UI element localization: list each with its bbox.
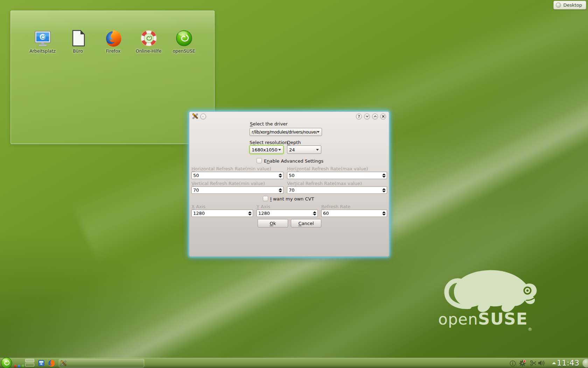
tray-separator [517,360,517,367]
y-axis-value[interactable]: 1280 [257,211,312,216]
y-axis-label: Y Axis [257,204,270,209]
vrefresh-max-value[interactable]: 70 [287,188,381,193]
depth-label: Depth [287,140,301,145]
refresh-rate-value[interactable]: 60 [322,211,381,216]
enable-advanced-settings-checkbox[interactable] [257,158,262,163]
blue-box-icon[interactable] [37,359,45,367]
desktop-icon-opensuse[interactable]: openSUSE [166,29,202,54]
y-axis-spinbox[interactable]: 1280 [257,210,318,217]
hrefresh-max-spinbox[interactable]: 50 [287,172,387,179]
resolution-label: Select resolution [250,140,288,145]
chevron-down-icon [317,131,320,133]
lifebuoy-help-icon [140,29,158,47]
hrefresh-min-spinbox[interactable]: 50 [191,172,284,179]
sax-crossed-tools-icon [61,360,66,366]
opensuse-logo-wordmark: openSUSE® [438,309,543,332]
spin-arrows-icon[interactable] [381,211,387,216]
logo-text-open: open [438,310,478,328]
quicklaunch-dots[interactable] [14,362,26,368]
window-minimize-button[interactable] [364,114,370,120]
opensuse-globe-icon [175,29,193,47]
kickoff-launcher-icon[interactable] [1,357,12,368]
x-axis-label: X Axis [191,204,205,209]
desktop-pager[interactable] [25,359,34,367]
cashew-icon [556,2,561,8]
desktop-icon-label: Arbeitsplatz [29,48,56,54]
window-close-button[interactable] [380,114,386,120]
spin-arrows-icon[interactable] [278,173,283,178]
cvt-label[interactable]: I want my own CVT [270,196,314,202]
info-icon[interactable] [509,360,516,367]
vrefresh-min-label: Vertical Refresh Rate(min value) [191,181,265,186]
vrefresh-max-label: Vertical Refresh Rate(max value) [287,181,362,186]
window-maximize-button[interactable] [372,114,378,120]
taskbar-clock[interactable]: 11:43 [557,359,579,367]
spin-arrows-icon[interactable] [312,211,317,216]
resolution-combobox-value: 588x368 [250,147,278,152]
pager-desktop-2[interactable] [25,363,34,367]
registered-mark: ® [528,327,533,332]
task-button-sax[interactable] [59,359,144,367]
vrefresh-min-value[interactable]: 70 [192,188,278,193]
dialog-titlebar[interactable]: ? [189,112,389,121]
logo-text-suse: SUSE [478,309,528,328]
driver-combobox-value: r/lib/xorg/modules/drivers/nouveau [250,130,317,135]
window-menu-button[interactable] [200,114,206,120]
driver-combobox[interactable]: r/lib/xorg/modules/drivers/nouveau [250,128,322,136]
cvt-checkbox[interactable] [263,196,268,201]
enable-advanced-settings-label[interactable]: Enable Advanced Settings [264,158,323,164]
spin-arrows-icon[interactable] [247,211,253,216]
resolution-combobox[interactable]: 588x368 [250,145,284,154]
chevron-up-icon [373,115,377,118]
x-axis-spinbox[interactable]: 1280 [191,210,253,217]
close-icon [382,115,385,118]
desktop-icon-online-hilfe[interactable]: Online-Hilfe [131,29,166,54]
refresh-rate-spinbox[interactable]: 60 [321,210,387,217]
office-document-icon [69,29,87,47]
sax-crossed-tools-icon [192,113,198,119]
panel-cashew-icon[interactable] [582,359,588,368]
updates-gear-icon[interactable] [519,360,526,367]
spin-arrows-icon[interactable] [278,188,283,192]
chevron-down-icon [316,149,319,151]
folder-view-panel: Arbeitsplatz Büro [10,11,215,144]
vrefresh-max-spinbox[interactable]: 70 [287,186,387,194]
desktop-toolbox-button[interactable]: Desktop [553,1,586,9]
depth-combobox-value: 24 [287,147,316,152]
desktop-icon-label: Firefox [106,48,120,54]
desktop-icon-label: Online-Hilfe [136,48,161,54]
spin-arrows-icon[interactable] [381,173,387,178]
window-help-button[interactable]: ? [356,114,362,120]
hrefresh-max-value[interactable]: 50 [287,173,381,178]
tray-expand-arrow[interactable] [552,362,556,364]
vrefresh-min-spinbox[interactable]: 70 [191,186,284,194]
firefox-taskbar-icon[interactable] [48,359,55,367]
klipper-scissors-icon[interactable] [530,360,537,367]
chevron-down-icon [278,149,281,151]
chevron-down-icon [365,115,369,118]
green-dot-icon [22,365,24,367]
driver-label: Select the driver [250,121,288,127]
folder-view-icon-row: Arbeitsplatz Büro [25,29,202,54]
desktop-icon-label: openSUSE [173,48,195,54]
ok-button[interactable]: Ok [258,219,288,227]
cancel-button[interactable]: Cancel [291,219,321,227]
spin-arrows-icon[interactable] [381,188,387,192]
volume-icon[interactable] [538,360,545,367]
firefox-icon [104,29,122,47]
desktop-icon-firefox[interactable]: Firefox [96,29,131,54]
sax-display-settings-window: ? Select the driver r/lib/xorg/modules/d… [189,111,389,257]
blue-dot-icon [18,365,20,367]
computer-monitor-icon [34,29,52,47]
desktop-icon-label: Büro [73,48,83,54]
hrefresh-min-label: Horizontal Refresh Rate(min value) [191,166,271,171]
refresh-rate-label: Refresh Rate [321,204,350,209]
taskbar-panel: 11:43 [0,358,588,368]
hrefresh-max-label: Horizontal Refresh Rate(max value) [287,166,368,171]
desktop-icon-buero[interactable]: Büro [60,29,96,54]
desktop-icon-arbeitsplatz[interactable]: Arbeitsplatz [25,29,60,54]
x-axis-value[interactable]: 1280 [192,211,247,216]
depth-combobox[interactable]: 24 [287,145,321,154]
pager-desktop-1[interactable] [25,359,34,362]
hrefresh-min-value[interactable]: 50 [192,173,278,178]
